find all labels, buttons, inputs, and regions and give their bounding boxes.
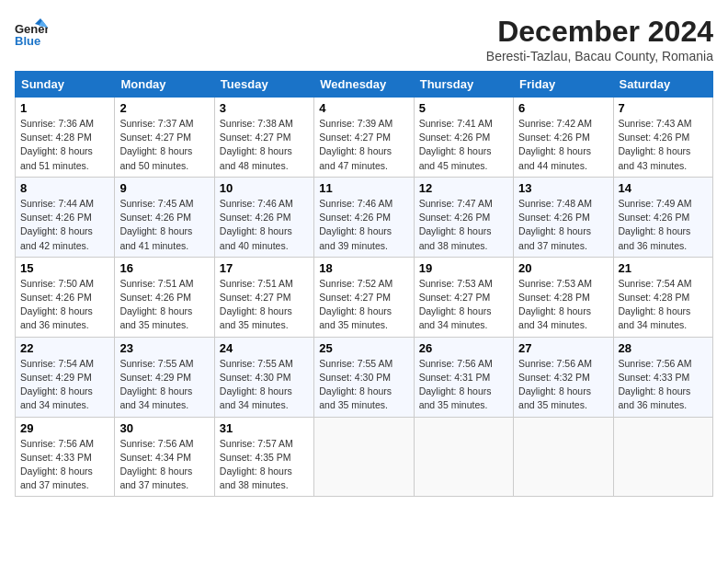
- day-number: 7: [619, 101, 708, 115]
- sunset-label: Sunset:: [619, 132, 654, 143]
- sunset-value: 4:26 PM: [56, 212, 92, 223]
- sunset-label: Sunset:: [518, 372, 554, 383]
- sunrise-label: Sunrise:: [220, 358, 257, 369]
- sunrise-label: Sunrise:: [619, 278, 656, 289]
- sunset-value: 4:29 PM: [56, 372, 92, 383]
- day-number: 2: [119, 101, 209, 115]
- sunset-value: 4:26 PM: [255, 212, 290, 223]
- day-info: Sunrise: 7:51 AM Sunset: 4:26 PM Dayligh…: [119, 277, 209, 333]
- sunrise-label: Sunrise:: [20, 278, 58, 289]
- day-info: Sunrise: 7:55 AM Sunset: 4:30 PM Dayligh…: [220, 357, 309, 413]
- day-number: 15: [20, 261, 109, 275]
- day-number: 25: [319, 341, 408, 355]
- sunrise-label: Sunrise:: [619, 358, 656, 369]
- calendar-cell: [414, 417, 513, 497]
- sunset-label: Sunset:: [319, 212, 355, 223]
- daylight-label: Daylight:: [319, 305, 359, 316]
- sunrise-label: Sunrise:: [419, 278, 457, 289]
- sunset-value: 4:26 PM: [155, 212, 191, 223]
- day-number: 4: [319, 101, 408, 115]
- sunset-label: Sunset:: [119, 132, 155, 143]
- calendar-cell: 18 Sunrise: 7:52 AM Sunset: 4:27 PM Dayl…: [314, 257, 414, 337]
- sunrise-label: Sunrise:: [20, 438, 58, 449]
- sunset-label: Sunset:: [518, 132, 554, 143]
- day-info: Sunrise: 7:53 AM Sunset: 4:28 PM Dayligh…: [518, 277, 608, 333]
- day-info: Sunrise: 7:55 AM Sunset: 4:29 PM Dayligh…: [119, 357, 209, 413]
- calendar-cell: 2 Sunrise: 7:37 AM Sunset: 4:27 PM Dayli…: [115, 98, 214, 178]
- sunrise-label: Sunrise:: [20, 198, 58, 209]
- sunrise-value: 7:56 AM: [656, 358, 692, 369]
- calendar-cell: 14 Sunrise: 7:49 AM Sunset: 4:26 PM Dayl…: [613, 177, 712, 257]
- sunrise-value: 7:47 AM: [457, 198, 493, 209]
- calendar-cell: 8 Sunrise: 7:44 AM Sunset: 4:26 PM Dayli…: [16, 177, 115, 257]
- daylight-label: Daylight:: [20, 305, 61, 316]
- day-info: Sunrise: 7:47 AM Sunset: 4:26 PM Dayligh…: [419, 197, 508, 253]
- sunrise-value: 7:56 AM: [557, 358, 593, 369]
- sunset-label: Sunset:: [220, 292, 256, 303]
- day-info: Sunrise: 7:37 AM Sunset: 4:27 PM Dayligh…: [119, 117, 209, 173]
- sunrise-label: Sunrise:: [319, 358, 357, 369]
- sunrise-value: 7:51 AM: [158, 278, 194, 289]
- sunset-label: Sunset:: [319, 372, 355, 383]
- day-number: 19: [419, 261, 508, 275]
- calendar-cell: 7 Sunrise: 7:43 AM Sunset: 4:26 PM Dayli…: [613, 98, 712, 178]
- svg-text:Blue: Blue: [15, 34, 40, 48]
- sunrise-value: 7:46 AM: [257, 198, 293, 209]
- daylight-label: Daylight:: [319, 385, 359, 396]
- calendar-cell: 9 Sunrise: 7:45 AM Sunset: 4:26 PM Dayli…: [115, 177, 214, 257]
- sunset-value: 4:34 PM: [155, 452, 191, 463]
- sunrise-label: Sunrise:: [619, 118, 656, 129]
- sunset-value: 4:26 PM: [654, 212, 689, 223]
- day-info: Sunrise: 7:57 AM Sunset: 4:35 PM Dayligh…: [220, 437, 309, 493]
- day-info: Sunrise: 7:39 AM Sunset: 4:27 PM Dayligh…: [319, 117, 408, 173]
- day-info: Sunrise: 7:56 AM Sunset: 4:33 PM Dayligh…: [20, 437, 109, 493]
- sunrise-label: Sunrise:: [419, 118, 457, 129]
- day-info: Sunrise: 7:56 AM Sunset: 4:32 PM Dayligh…: [518, 357, 608, 413]
- day-info: Sunrise: 7:36 AM Sunset: 4:28 PM Dayligh…: [20, 117, 109, 173]
- sunrise-label: Sunrise:: [319, 198, 357, 209]
- sunrise-value: 7:54 AM: [656, 278, 692, 289]
- sunset-value: 4:26 PM: [355, 212, 391, 223]
- daylight-label: Daylight:: [119, 385, 160, 396]
- sunset-label: Sunset:: [20, 372, 56, 383]
- column-header-tuesday: Tuesday: [214, 72, 313, 98]
- sunset-label: Sunset:: [20, 212, 56, 223]
- daylight-label: Daylight:: [619, 225, 659, 236]
- sunrise-value: 7:53 AM: [457, 278, 493, 289]
- calendar-cell: 29 Sunrise: 7:56 AM Sunset: 4:33 PM Dayl…: [16, 417, 115, 497]
- sunset-label: Sunset:: [119, 292, 155, 303]
- sunrise-label: Sunrise:: [518, 278, 556, 289]
- daylight-label: Daylight:: [220, 145, 260, 156]
- sunrise-value: 7:55 AM: [358, 358, 393, 369]
- sunrise-label: Sunrise:: [518, 118, 556, 129]
- daylight-label: Daylight:: [119, 225, 160, 236]
- sunset-value: 4:29 PM: [155, 372, 191, 383]
- day-number: 14: [619, 181, 708, 195]
- sunrise-value: 7:55 AM: [158, 358, 194, 369]
- daylight-label: Daylight:: [119, 305, 160, 316]
- day-number: 17: [220, 261, 309, 275]
- daylight-label: Daylight:: [220, 465, 260, 477]
- sunrise-value: 7:41 AM: [457, 118, 493, 129]
- sunset-value: 4:26 PM: [454, 132, 490, 143]
- day-info: Sunrise: 7:54 AM Sunset: 4:28 PM Dayligh…: [619, 277, 708, 333]
- sunrise-label: Sunrise:: [619, 198, 656, 209]
- sunset-value: 4:26 PM: [155, 292, 191, 303]
- sunrise-value: 7:52 AM: [358, 278, 393, 289]
- sunset-label: Sunset:: [518, 212, 554, 223]
- sunset-label: Sunset:: [419, 212, 455, 223]
- day-number: 31: [220, 421, 309, 435]
- sunrise-label: Sunrise:: [20, 118, 58, 129]
- day-number: 12: [419, 181, 508, 195]
- calendar-table: SundayMondayTuesdayWednesdayThursdayFrid…: [15, 71, 713, 497]
- day-number: 5: [419, 101, 508, 115]
- daylight-label: Daylight:: [518, 385, 559, 396]
- sunset-label: Sunset:: [419, 292, 455, 303]
- day-info: Sunrise: 7:48 AM Sunset: 4:26 PM Dayligh…: [518, 197, 608, 253]
- day-info: Sunrise: 7:43 AM Sunset: 4:26 PM Dayligh…: [619, 117, 708, 173]
- day-number: 26: [419, 341, 508, 355]
- sunrise-value: 7:36 AM: [58, 118, 94, 129]
- daylight-label: Daylight:: [20, 465, 61, 477]
- day-number: 24: [220, 341, 309, 355]
- sunset-label: Sunset:: [220, 212, 256, 223]
